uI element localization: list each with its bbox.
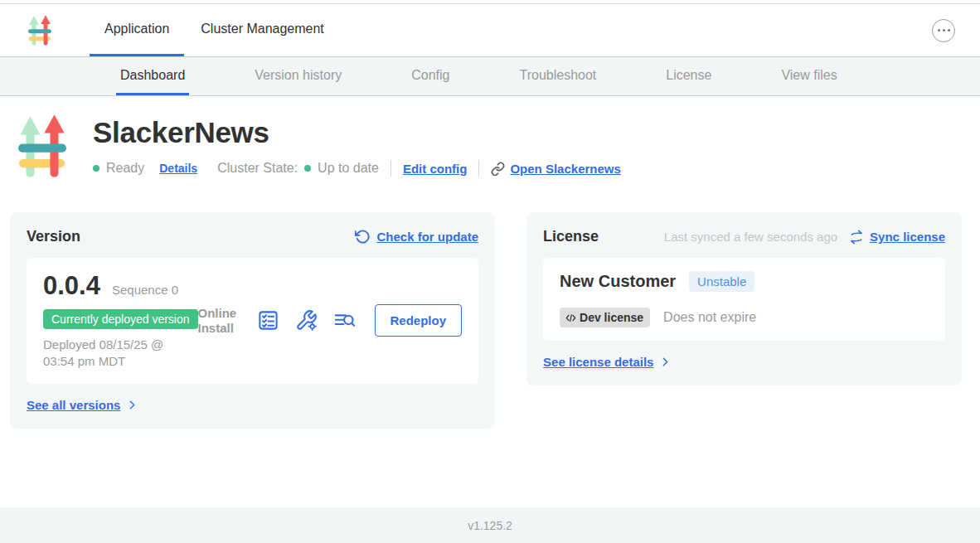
deployed-timestamp: Deployed 08/15/25 @ 03:54 pm MDT (43, 337, 198, 371)
subtab-dashboard-label: Dashboard (120, 68, 185, 83)
subtab-view-files[interactable]: View files (777, 57, 841, 95)
page-title: SlackerNews (93, 116, 621, 149)
version-card-title: Version (27, 228, 80, 245)
subtab-config-label: Config (411, 68, 449, 83)
version-card: Version Check for update 0.0.4 Sequence … (10, 212, 495, 429)
subtab-license[interactable]: License (662, 57, 716, 95)
chain-link-icon (491, 162, 505, 176)
version-sequence: Sequence 0 (112, 283, 178, 297)
license-card-title: License (543, 228, 599, 245)
status-details-link[interactable]: Details (159, 162, 197, 175)
last-synced-text: Last synced a few seconds ago (664, 230, 837, 244)
app-hero: SlackerNews Ready Details Cluster State:… (0, 96, 980, 179)
code-icon (565, 312, 577, 324)
cluster-status-dot (304, 165, 311, 172)
cluster-state-label: Cluster State: (217, 161, 298, 176)
divider (478, 160, 479, 177)
refresh-icon (355, 229, 371, 245)
subtab-version-history[interactable]: Version history (250, 57, 346, 95)
console-footer: v1.125.2 (0, 507, 980, 543)
open-app-link[interactable]: Open Slackernews (491, 162, 620, 176)
see-all-versions-link[interactable]: See all versions (27, 398, 478, 412)
version-number: 0.0.4 (43, 271, 100, 301)
hashtag-arrows-icon (28, 15, 51, 46)
tab-cluster-management-label: Cluster Management (201, 22, 324, 36)
subtab-license-label: License (666, 68, 711, 83)
app-status-dot (93, 165, 99, 172)
subtab-dashboard[interactable]: Dashboard (116, 57, 189, 95)
app-logo-large (18, 114, 66, 179)
check-for-update-label: Check for update (377, 230, 479, 244)
divider (391, 160, 391, 177)
chevron-right-icon (127, 400, 138, 410)
license-card: License Last synced a few seconds ago Sy… (526, 212, 962, 385)
more-menu-button[interactable] (932, 19, 955, 42)
license-panel: New Customer Unstable Dev license Does n… (543, 258, 945, 341)
config-wrench-icon[interactable] (295, 309, 318, 332)
deployed-badge: Currently deployed version (43, 309, 198, 329)
tab-cluster-management[interactable]: Cluster Management (186, 4, 339, 56)
install-type-label: Online Install (198, 306, 241, 336)
chevron-right-icon (660, 356, 671, 367)
open-app-link-label: Open Slackernews (510, 162, 620, 176)
see-all-versions-label: See all versions (27, 398, 120, 412)
tab-application-label: Application (104, 22, 169, 36)
customer-name: New Customer (560, 272, 676, 291)
check-for-update-link[interactable]: Check for update (355, 229, 479, 245)
subtab-troubleshoot-label: Troubleshoot (519, 68, 596, 83)
view-logs-icon[interactable] (333, 309, 356, 332)
current-version-panel: 0.0.4 Sequence 0 Currently deployed vers… (27, 258, 478, 384)
dashboard-content: SlackerNews Ready Details Cluster State:… (0, 96, 980, 507)
redeploy-button[interactable]: Redeploy (375, 304, 463, 337)
app-sub-nav: Dashboard Version history Config Trouble… (0, 56, 980, 96)
sync-icon (849, 230, 864, 245)
see-license-details-label: See license details (543, 355, 653, 369)
console-version: v1.125.2 (468, 519, 512, 532)
cluster-state-text: Up to date (318, 161, 379, 176)
tab-application[interactable]: Application (90, 4, 184, 56)
subtab-config[interactable]: Config (407, 57, 454, 95)
channel-badge: Unstable (689, 271, 754, 292)
app-logo-small[interactable] (28, 15, 51, 46)
sync-license-link[interactable]: Sync license (849, 230, 945, 245)
see-license-details-link[interactable]: See license details (543, 355, 945, 369)
subtab-version-history-label: Version history (255, 68, 342, 83)
preflight-checks-icon[interactable] (257, 309, 279, 332)
license-type-badge: Dev license (560, 308, 650, 327)
edit-config-link[interactable]: Edit config (403, 162, 468, 176)
license-expiry: Does not expire (663, 310, 756, 325)
top-tab-bar: Application Cluster Management (90, 4, 341, 56)
sync-license-label: Sync license (870, 230, 945, 244)
top-nav: Application Cluster Management (0, 4, 980, 56)
ellipsis-icon (938, 29, 940, 32)
hashtag-arrows-icon (18, 114, 66, 179)
subtab-view-files-label: View files (781, 68, 837, 83)
license-type-label: Dev license (580, 311, 643, 324)
subtab-troubleshoot[interactable]: Troubleshoot (515, 57, 600, 95)
app-status-row: Ready Details Cluster State: Up to date … (93, 160, 621, 177)
app-status-text: Ready (106, 161, 144, 176)
